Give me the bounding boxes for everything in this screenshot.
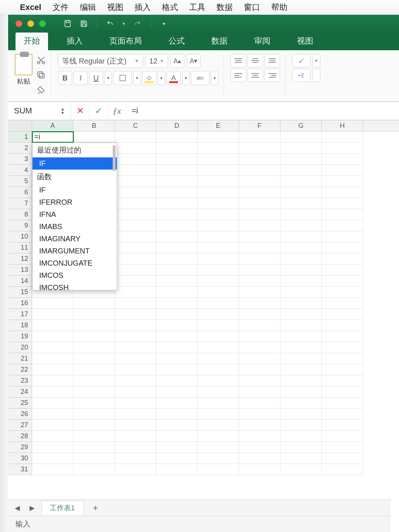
cell[interactable] bbox=[74, 386, 115, 398]
column-header[interactable]: G bbox=[280, 120, 322, 131]
cell[interactable] bbox=[115, 342, 156, 353]
row-header[interactable]: 7 bbox=[8, 198, 32, 209]
align-center-button[interactable] bbox=[248, 69, 263, 82]
cell[interactable] bbox=[322, 176, 363, 187]
cell[interactable] bbox=[239, 420, 280, 431]
cell[interactable] bbox=[115, 154, 156, 165]
undo-dropdown-icon[interactable]: ▾ bbox=[121, 18, 127, 29]
autocomplete-item[interactable]: IMARGUMENT bbox=[33, 245, 117, 257]
cell[interactable] bbox=[322, 132, 363, 143]
cell[interactable] bbox=[239, 375, 280, 386]
cell[interactable] bbox=[198, 431, 239, 442]
cell[interactable] bbox=[322, 331, 363, 342]
orientation-button[interactable] bbox=[292, 54, 311, 67]
cell[interactable] bbox=[32, 353, 74, 364]
minimize-window-button[interactable] bbox=[27, 20, 34, 27]
cell[interactable] bbox=[115, 231, 156, 242]
redo-icon[interactable] bbox=[132, 18, 143, 29]
cell[interactable] bbox=[322, 209, 363, 220]
cell[interactable] bbox=[156, 231, 198, 242]
cell[interactable] bbox=[322, 309, 363, 320]
cell[interactable] bbox=[239, 198, 280, 209]
row-header[interactable]: 11 bbox=[8, 242, 32, 253]
row-header[interactable]: 5 bbox=[8, 176, 32, 187]
row-header[interactable]: 17 bbox=[8, 309, 32, 320]
cell[interactable] bbox=[32, 342, 74, 353]
cell[interactable] bbox=[115, 309, 156, 320]
cell[interactable] bbox=[74, 342, 115, 353]
row-header[interactable]: 14 bbox=[8, 276, 32, 287]
cell[interactable] bbox=[156, 209, 198, 220]
cell[interactable] bbox=[156, 353, 198, 364]
menubar-app-name[interactable]: Excel bbox=[20, 3, 41, 12]
align-right-button[interactable] bbox=[265, 69, 280, 82]
font-name-select[interactable]: 等线 Regular (正文) ▼ bbox=[58, 54, 143, 68]
cell[interactable] bbox=[156, 276, 198, 287]
cell[interactable] bbox=[280, 464, 322, 475]
cell[interactable] bbox=[74, 331, 115, 342]
cell[interactable] bbox=[280, 353, 322, 364]
orientation-dropdown[interactable]: ▾ bbox=[312, 54, 320, 67]
cell[interactable] bbox=[322, 386, 363, 398]
sheet-next-button[interactable]: ▶ bbox=[27, 502, 38, 514]
row-header[interactable]: 13 bbox=[8, 265, 32, 276]
row-header[interactable]: 21 bbox=[8, 353, 32, 364]
cell[interactable] bbox=[322, 143, 363, 154]
cell[interactable] bbox=[198, 209, 239, 220]
cell[interactable] bbox=[239, 132, 280, 143]
cell[interactable] bbox=[32, 398, 74, 409]
cell[interactable] bbox=[32, 420, 74, 431]
cell[interactable] bbox=[198, 342, 239, 353]
cell[interactable] bbox=[322, 398, 363, 409]
sheet-prev-button[interactable]: ◀ bbox=[12, 502, 23, 514]
column-header[interactable]: C bbox=[115, 120, 156, 131]
cell[interactable] bbox=[322, 187, 363, 198]
row-header[interactable]: 2 bbox=[8, 143, 32, 154]
row-header[interactable]: 19 bbox=[8, 331, 32, 342]
border-dropdown[interactable]: ▾ bbox=[133, 71, 141, 85]
increase-indent-button[interactable] bbox=[312, 69, 320, 82]
cell[interactable] bbox=[115, 176, 156, 187]
cell[interactable] bbox=[280, 342, 322, 353]
cell[interactable] bbox=[239, 353, 280, 364]
cell[interactable] bbox=[322, 298, 363, 309]
autocomplete-item[interactable]: IMCOS bbox=[33, 269, 117, 282]
cell[interactable] bbox=[280, 242, 322, 253]
paste-button[interactable]: 粘贴 bbox=[17, 77, 30, 86]
cell[interactable] bbox=[198, 253, 239, 265]
cell[interactable] bbox=[115, 398, 156, 409]
autosave-icon[interactable] bbox=[62, 18, 73, 29]
cell[interactable] bbox=[115, 143, 156, 154]
cell[interactable] bbox=[115, 187, 156, 198]
cell[interactable] bbox=[198, 276, 239, 287]
cell[interactable] bbox=[156, 364, 198, 375]
name-box-stepper-icon[interactable]: ▲▼ bbox=[61, 107, 65, 115]
row-header[interactable]: 20 bbox=[8, 342, 32, 353]
cell[interactable] bbox=[280, 375, 322, 386]
cell[interactable] bbox=[322, 353, 363, 364]
cell[interactable] bbox=[198, 132, 239, 143]
row-header[interactable]: 10 bbox=[8, 231, 32, 242]
tab-home[interactable]: 开始 bbox=[16, 33, 48, 50]
cell[interactable] bbox=[198, 154, 239, 165]
cell[interactable] bbox=[198, 298, 239, 309]
cell[interactable] bbox=[239, 154, 280, 165]
cell[interactable] bbox=[322, 231, 363, 242]
cell[interactable] bbox=[115, 386, 156, 398]
cell[interactable] bbox=[115, 364, 156, 375]
cell[interactable] bbox=[198, 198, 239, 209]
cell[interactable] bbox=[115, 132, 156, 143]
cell[interactable] bbox=[32, 409, 74, 420]
row-header[interactable]: 16 bbox=[8, 298, 32, 309]
cell[interactable] bbox=[239, 242, 280, 253]
cell[interactable] bbox=[198, 242, 239, 253]
cell[interactable] bbox=[280, 231, 322, 242]
cell[interactable] bbox=[280, 298, 322, 309]
cell[interactable] bbox=[32, 298, 74, 309]
cell[interactable] bbox=[239, 265, 280, 276]
cancel-formula-button[interactable]: ✕ bbox=[71, 102, 89, 120]
menu-window[interactable]: 窗口 bbox=[244, 2, 260, 13]
cell[interactable] bbox=[115, 353, 156, 364]
row-header[interactable]: 22 bbox=[8, 364, 32, 375]
cell[interactable] bbox=[280, 276, 322, 287]
